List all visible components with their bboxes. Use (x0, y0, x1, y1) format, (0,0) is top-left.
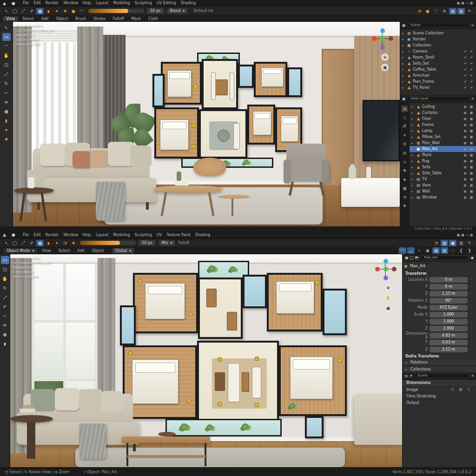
object-row[interactable]: ▸ ▲ Lamp ◉ ▣ (410, 128, 476, 134)
tool-button[interactable]: ✐ (1, 303, 9, 311)
hide-render-toggles[interactable]: ◉ ▣ (463, 153, 474, 157)
menu-item[interactable]: Layout (94, 0, 110, 6)
object-row[interactable]: ▸ ▤ Window ◉ ▣ (410, 194, 476, 200)
tool-button[interactable]: ≡ (2, 98, 11, 106)
hide-render-toggles[interactable]: ◉ ▣ (463, 117, 474, 121)
toolbar-icon[interactable]: ◔ (432, 240, 440, 246)
menu-item[interactable]: Modeling (111, 232, 132, 238)
window-controls[interactable]: ● ● ◁ ▣ (457, 233, 473, 237)
output-tab[interactable]: Scene (414, 373, 469, 378)
blend-dropdown[interactable]: Blend▾ (167, 8, 188, 14)
menu-item[interactable]: UV Editing (155, 0, 178, 6)
toolbar-icon[interactable]: ▣ (449, 240, 456, 246)
tool-button[interactable]: ◗ (1, 340, 9, 348)
toolbar-icon[interactable]: ◗ (45, 240, 52, 246)
breadcrumb-name[interactable]: Plan_Art (421, 255, 469, 260)
object-row[interactable]: ▸ ▲ Plant ◉ ▣ (410, 152, 476, 158)
properties-tab-icon[interactable]: ✦ (401, 132, 408, 139)
blend-dropdown[interactable]: Mix▾ (159, 240, 176, 246)
header-icon[interactable]: ❯ (466, 247, 473, 254)
keyframe-dot-icon[interactable]: · (469, 298, 473, 303)
close-icon[interactable]: ✕ (471, 374, 474, 378)
transform-section-header[interactable]: Transform (403, 270, 476, 276)
tool-button[interactable]: ✋ (2, 52, 11, 60)
field-value[interactable]: 1.000 (430, 326, 468, 331)
menu-item[interactable]: File (21, 232, 31, 238)
brush-falloff-slider[interactable] (88, 9, 144, 13)
properties-tab-icon[interactable]: ⌂ (401, 159, 408, 165)
filter-icon[interactable]: ≡ (471, 23, 474, 27)
header-icon[interactable]: ❮ (457, 247, 465, 254)
object-row[interactable]: ▸ ▲ Side_Table ◉ ▣ (410, 170, 476, 176)
outliner-row[interactable]: ▸ ▲ TV_Panel ✔ ✔ (400, 85, 476, 91)
gizmo-z-axis[interactable] (380, 28, 385, 33)
viewport-menu-item[interactable]: Add (74, 248, 88, 253)
menu-item[interactable]: Texture Paint (165, 232, 192, 238)
gizmo-x-neg[interactable] (389, 36, 393, 41)
viewport-menu-item[interactable]: Mask (128, 16, 144, 21)
header-icon[interactable]: ◡ (407, 247, 415, 254)
output-row[interactable]: Dimensions (403, 380, 476, 386)
viewport-menu-item[interactable]: Cloth (145, 16, 161, 21)
delta-section-header[interactable]: Delta Transform (403, 353, 476, 359)
toolbar-icon[interactable]: ▦ (36, 240, 44, 246)
menu-item[interactable]: Window (61, 232, 80, 238)
toolbar-icon[interactable]: ◯ (11, 240, 19, 246)
menu-item[interactable]: Render (44, 0, 60, 6)
menu-item[interactable]: Edit (32, 232, 43, 238)
tool-button[interactable]: ≡ (1, 321, 9, 329)
toolbar-icon[interactable]: ▧ (449, 8, 456, 14)
header-icon[interactable]: ▥ (441, 247, 448, 254)
visibility-toggles[interactable]: ✔ ✔ (464, 49, 474, 53)
field-value[interactable]: 4.82 m (430, 333, 468, 338)
tool-button[interactable]: ◳ (2, 61, 11, 69)
hide-render-toggles[interactable]: ◉ ▣ (463, 105, 474, 109)
field-value[interactable]: 0.03 m (430, 340, 468, 345)
output-row[interactable]: Output (403, 400, 476, 406)
viewport-menu-item[interactable]: Object (53, 16, 71, 21)
tool-button[interactable]: ↖ (2, 24, 11, 32)
pin-icon[interactable]: ◆ (471, 256, 474, 260)
navigation-gizmo[interactable] (375, 259, 397, 280)
properties-tab-icon[interactable]: ❖ (401, 203, 408, 209)
field-value[interactable]: 1.000 (430, 312, 468, 317)
toolbar-icon[interactable]: ◠ (78, 8, 86, 14)
header-icon[interactable]: ◉ (424, 247, 431, 254)
radius-field[interactable]: 50 px (147, 8, 164, 14)
hide-render-toggles[interactable]: ◉ ▣ (463, 159, 474, 163)
radius-field[interactable]: 50 px (139, 240, 156, 246)
field-value[interactable]: 3.12 m (430, 347, 468, 352)
toolbar-icon[interactable]: ⤢ (20, 240, 27, 246)
keyframe-dot-icon[interactable]: · (469, 305, 473, 310)
outliner-row[interactable]: ▸ ▦ Collection (400, 42, 476, 48)
keyframe-dot-icon[interactable]: · (469, 333, 473, 337)
toolbar-icon[interactable]: ▥ (457, 8, 465, 14)
visibility-toggles[interactable]: ✔ ✔ (464, 73, 474, 78)
properties-tab-icon[interactable]: ▣ (401, 185, 408, 192)
tool-button[interactable]: ◠ (2, 42, 11, 50)
hide-render-toggles[interactable]: ◉ ▣ (463, 195, 474, 199)
editor-type-icon[interactable]: ▣ (402, 97, 406, 101)
outliner-row[interactable]: ▸ ▲ Room_Shell ✔ ✔ (400, 54, 476, 60)
field-value[interactable]: 1.000 (430, 319, 468, 324)
keyframe-dot-icon[interactable]: · (469, 278, 473, 282)
properties-tab-icon[interactable]: ◈ (401, 176, 408, 183)
keyframe-dot-icon[interactable]: · (469, 347, 473, 351)
toolbar-icon[interactable]: ◔ (61, 240, 69, 246)
toolbar-icon[interactable]: ● (424, 8, 431, 14)
outliner-row[interactable]: ▸ ▲ Armchair ✔ ✔ (400, 73, 476, 79)
brush-falloff-slider[interactable] (80, 241, 136, 245)
menu-item[interactable]: Edit (32, 0, 43, 6)
gizmo-z-neg[interactable] (383, 276, 388, 280)
toolbar-icon[interactable]: ❖ (61, 8, 69, 14)
viewport-menu-item[interactable]: Object (89, 248, 107, 253)
tool-button[interactable]: ⌐ (2, 89, 11, 97)
properties-tab-icon[interactable]: ✚ (401, 167, 408, 174)
breadcrumb-icons[interactable]: ▣ ◯ ⬒ (405, 256, 418, 260)
tool-button[interactable]: ⌐ (1, 312, 9, 320)
gizmo-z-neg[interactable] (380, 45, 385, 50)
object-row[interactable]: ▸ ▦ Plan_Wall ◉ ▣ (410, 140, 476, 146)
properties-tab-icon[interactable]: 🗗 (401, 123, 408, 130)
tool-button[interactable]: ↻ (1, 284, 9, 292)
header-icon[interactable]: ◌ (449, 247, 456, 254)
